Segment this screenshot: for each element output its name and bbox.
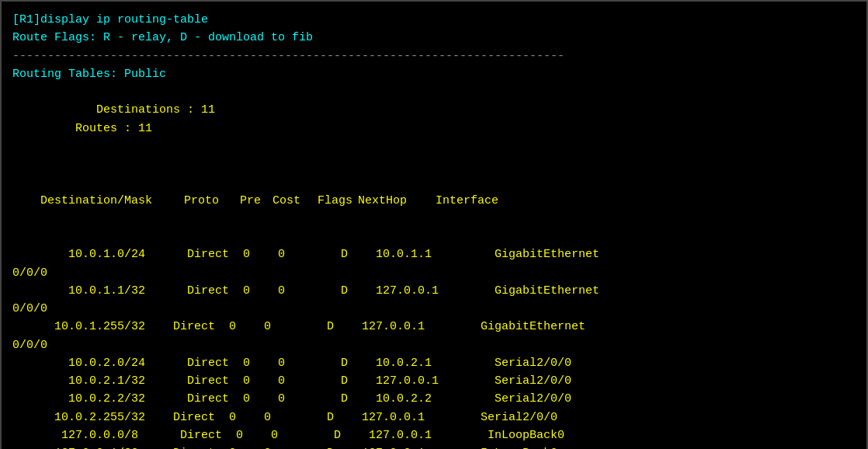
table-row: 10.0.1.1/32 Direct 0 0 D 127.0.0.1 Gigab…: [12, 282, 856, 318]
routes-label: Routes : 11: [40, 122, 152, 135]
route-iface2-line: 0/0/0: [12, 264, 856, 282]
column-header-line: Destination/MaskProtoPreCostFlagsNextHop…: [12, 173, 856, 228]
col-header-dest: Destination/Mask: [40, 192, 184, 210]
routing-table-label: Routing Tables: Public: [12, 65, 856, 83]
terminal-window: [R1]display ip routing-table Route Flags…: [0, 0, 868, 449]
table-row: 127.0.0.1/32 Direct 0 0 D 127.0.0.1 InLo…: [12, 444, 856, 449]
routes-container: 10.0.1.0/24 Direct 0 0 D 10.0.1.1 Gigabi…: [12, 245, 856, 449]
table-row: 127.0.0.0/8 Direct 0 0 D 127.0.0.1 InLoo…: [12, 426, 856, 444]
table-row: 10.0.2.1/32 Direct 0 0 D 127.0.0.1 Seria…: [12, 372, 856, 390]
table-row: 10.0.2.2/32 Direct 0 0 D 10.0.2.2 Serial…: [12, 390, 856, 408]
route-iface2-line: 0/0/0: [12, 336, 856, 354]
destinations-routes-line: Destinations : 11 Routes : 11: [12, 83, 856, 155]
flags-desc-line: Route Flags: R - relay, D - download to …: [12, 29, 856, 47]
separator-line: ----------------------------------------…: [12, 47, 856, 65]
route-line: 10.0.1.1/32 Direct 0 0 D 127.0.0.1 Gigab…: [12, 282, 856, 300]
blank-line: [12, 155, 856, 173]
table-row: 10.0.2.0/24 Direct 0 0 D 10.0.2.1 Serial…: [12, 354, 856, 372]
table-row: 10.0.1.255/32 Direct 0 0 D 127.0.0.1 Gig…: [12, 318, 856, 354]
table-row: 10.0.1.0/24 Direct 0 0 D 10.0.1.1 Gigabi…: [12, 245, 856, 282]
route-line: 10.0.1.0/24 Direct 0 0 D 10.0.1.1 Gigabi…: [12, 245, 856, 263]
col-header-proto: Proto: [184, 192, 240, 210]
col-header-nexthop: NextHop: [358, 192, 436, 210]
col-header-iface: Interface: [436, 194, 498, 207]
route-line: 127.0.0.1/32 Direct 0 0 D 127.0.0.1 InLo…: [12, 444, 856, 449]
route-line: 10.0.2.255/32 Direct 0 0 D 127.0.0.1 Ser…: [12, 409, 856, 426]
route-iface2-line: 0/0/0: [12, 300, 856, 318]
route-line: 127.0.0.0/8 Direct 0 0 D 127.0.0.1 InLoo…: [12, 426, 856, 444]
route-line: 10.0.2.1/32 Direct 0 0 D 127.0.0.1 Seria…: [12, 372, 856, 390]
col-header-pre: Pre: [240, 192, 273, 210]
table-row: 10.0.2.255/32 Direct 0 0 D 127.0.0.1 Ser…: [12, 409, 856, 426]
route-line: 10.0.1.255/32 Direct 0 0 D 127.0.0.1 Gig…: [12, 318, 856, 336]
route-line: 10.0.2.2/32 Direct 0 0 D 10.0.2.2 Serial…: [12, 390, 856, 408]
col-header-cost: Cost: [273, 192, 318, 210]
route-line: 10.0.2.0/24 Direct 0 0 D 10.0.2.1 Serial…: [12, 354, 856, 372]
blank-line2: [12, 228, 856, 245]
col-header-flags: Flags: [318, 192, 358, 210]
command-line: [R1]display ip routing-table: [12, 11, 856, 29]
destinations-label: Destinations : 11: [40, 103, 215, 117]
